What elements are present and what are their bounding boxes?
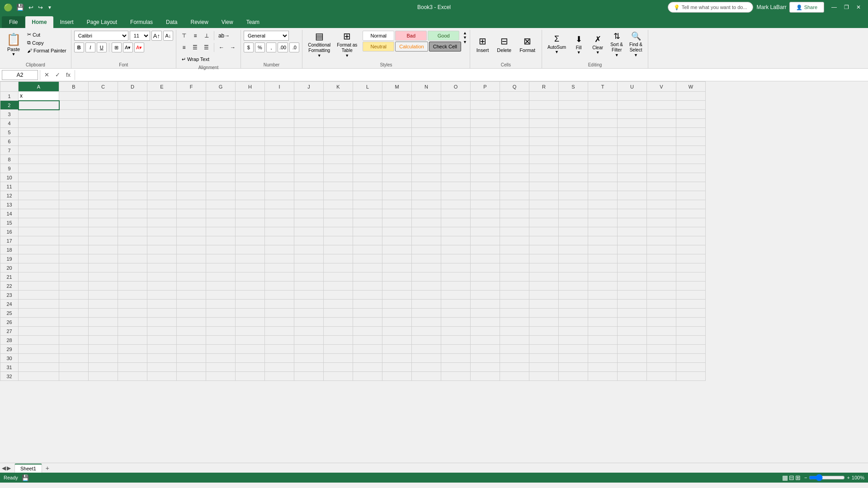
cell-J10[interactable] <box>294 173 324 182</box>
cell-R27[interactable] <box>529 327 559 336</box>
cell-F30[interactable] <box>177 354 206 363</box>
cell-U2[interactable] <box>618 101 647 110</box>
cell-F31[interactable] <box>177 363 206 372</box>
cell-H2[interactable] <box>236 101 265 110</box>
style-normal-button[interactable]: Normal <box>363 31 394 41</box>
cell-C5[interactable] <box>89 128 118 137</box>
zoom-slider[interactable] <box>809 474 845 481</box>
cell-V5[interactable] <box>647 128 676 137</box>
cell-P12[interactable] <box>471 191 500 200</box>
cell-L26[interactable] <box>353 318 382 327</box>
cell-P8[interactable] <box>471 155 500 164</box>
cell-F5[interactable] <box>177 128 206 137</box>
tab-insert[interactable]: Insert <box>54 16 80 28</box>
cell-S16[interactable] <box>559 227 588 236</box>
border-button[interactable]: ⊞ <box>112 42 122 52</box>
cell-Q12[interactable] <box>500 191 529 200</box>
cell-D19[interactable] <box>118 254 147 263</box>
cell-L4[interactable] <box>353 119 382 128</box>
cell-E8[interactable] <box>147 155 177 164</box>
cell-E30[interactable] <box>147 354 177 363</box>
cell-T6[interactable] <box>588 137 618 146</box>
cell-E23[interactable] <box>147 291 177 300</box>
name-box[interactable] <box>2 70 38 80</box>
cell-A27[interactable] <box>19 327 59 336</box>
cell-W27[interactable] <box>676 327 706 336</box>
cell-F4[interactable] <box>177 119 206 128</box>
cell-M19[interactable] <box>382 254 412 263</box>
cell-L20[interactable] <box>353 263 382 272</box>
cell-D13[interactable] <box>118 200 147 209</box>
cell-O8[interactable] <box>441 155 471 164</box>
cell-I14[interactable] <box>265 209 294 218</box>
undo-btn[interactable]: ↩ <box>27 3 35 12</box>
cell-A2[interactable] <box>19 101 59 110</box>
cell-C15[interactable] <box>89 218 118 227</box>
sort-filter-button[interactable]: ⇅ Sort &Filter ▼ <box>608 31 626 58</box>
cell-I1[interactable] <box>265 92 294 101</box>
number-format-select[interactable]: General <box>244 31 289 41</box>
cell-P14[interactable] <box>471 209 500 218</box>
cell-F17[interactable] <box>177 236 206 245</box>
cell-C10[interactable] <box>89 173 118 182</box>
cell-S14[interactable] <box>559 209 588 218</box>
cell-O17[interactable] <box>441 236 471 245</box>
cell-M1[interactable] <box>382 92 412 101</box>
cell-D20[interactable] <box>118 263 147 272</box>
tab-home[interactable]: Home <box>25 16 53 28</box>
cell-A19[interactable] <box>19 254 59 263</box>
cell-S10[interactable] <box>559 173 588 182</box>
cell-F20[interactable] <box>177 263 206 272</box>
cell-K17[interactable] <box>324 236 353 245</box>
close-button[interactable]: ✕ <box>853 4 864 10</box>
col-header-N[interactable]: N <box>412 82 441 92</box>
cell-B11[interactable] <box>59 182 89 191</box>
cell-N15[interactable] <box>412 218 441 227</box>
cell-B23[interactable] <box>59 291 89 300</box>
row-header-19[interactable]: 19 <box>0 254 19 263</box>
cell-T14[interactable] <box>588 209 618 218</box>
cell-E26[interactable] <box>147 318 177 327</box>
cell-L11[interactable] <box>353 182 382 191</box>
col-header-P[interactable]: P <box>471 82 500 92</box>
col-header-W[interactable]: W <box>676 82 706 92</box>
cell-H5[interactable] <box>236 128 265 137</box>
cell-F1[interactable] <box>177 92 206 101</box>
cell-M25[interactable] <box>382 309 412 318</box>
cell-Q29[interactable] <box>500 345 529 354</box>
cell-O28[interactable] <box>441 336 471 345</box>
cell-W2[interactable] <box>676 101 706 110</box>
cell-T4[interactable] <box>588 119 618 128</box>
cell-U23[interactable] <box>618 291 647 300</box>
cell-D12[interactable] <box>118 191 147 200</box>
cell-V4[interactable] <box>647 119 676 128</box>
format-painter-button[interactable]: 🖌 Format Painter <box>25 47 68 54</box>
col-header-U[interactable]: U <box>618 82 647 92</box>
cell-V29[interactable] <box>647 345 676 354</box>
clear-button[interactable]: ✗ Clear ▼ <box>589 31 607 58</box>
col-header-Q[interactable]: Q <box>500 82 529 92</box>
cell-G8[interactable] <box>206 155 236 164</box>
cell-S32[interactable] <box>559 372 588 381</box>
cell-I27[interactable] <box>265 327 294 336</box>
cell-B12[interactable] <box>59 191 89 200</box>
cell-P18[interactable] <box>471 245 500 254</box>
cell-V17[interactable] <box>647 236 676 245</box>
fill-dropdown[interactable]: ▼ <box>577 50 581 55</box>
minimize-button[interactable]: — <box>828 4 840 10</box>
cell-T22[interactable] <box>588 282 618 291</box>
cell-J28[interactable] <box>294 336 324 345</box>
cell-C8[interactable] <box>89 155 118 164</box>
increase-font-size-button[interactable]: A↑ <box>151 31 162 41</box>
cell-D3[interactable] <box>118 110 147 119</box>
cell-N7[interactable] <box>412 146 441 155</box>
cell-S15[interactable] <box>559 218 588 227</box>
cell-P9[interactable] <box>471 164 500 173</box>
cell-K19[interactable] <box>324 254 353 263</box>
indent-increase-button[interactable]: → <box>228 42 238 52</box>
redo-btn[interactable]: ↪ <box>36 3 45 12</box>
cell-Q23[interactable] <box>500 291 529 300</box>
cell-S7[interactable] <box>559 146 588 155</box>
cell-N21[interactable] <box>412 272 441 282</box>
font-color-button[interactable]: A▾ <box>134 42 144 52</box>
